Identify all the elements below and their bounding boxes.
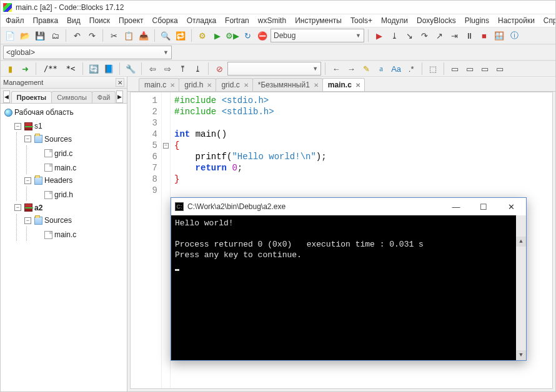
menu-file[interactable]: Файл bbox=[2, 15, 28, 26]
menu-debug[interactable]: Отладка bbox=[183, 15, 220, 26]
step-over-icon[interactable]: ↷ bbox=[417, 29, 431, 42]
scroll-up-icon[interactable]: ▲ bbox=[516, 237, 526, 247]
tree-workspace[interactable]: Рабочая область bbox=[3, 106, 75, 119]
find-icon[interactable]: 🔍 bbox=[159, 29, 172, 42]
goto-toggle-icon[interactable]: ▮ bbox=[3, 62, 17, 76]
redo-icon[interactable]: ↷ bbox=[85, 29, 99, 42]
console-titlebar[interactable]: C: C:\Work\a2\bin\Debug\a2.exe — ☐ ✕ bbox=[171, 198, 526, 215]
tree-folder-s1-headers[interactable]: − Headers bbox=[23, 174, 74, 187]
collapse-icon[interactable]: − bbox=[24, 135, 31, 142]
bracket-r-icon[interactable]: ▭ bbox=[463, 62, 477, 76]
menu-plugins[interactable]: Plugins bbox=[461, 15, 493, 26]
collapse-icon[interactable]: − bbox=[14, 204, 21, 211]
whole-word-icon[interactable]: Aa bbox=[389, 62, 403, 76]
menu-search[interactable]: Поиск bbox=[86, 15, 114, 26]
tree-project-s1[interactable]: − s1 bbox=[13, 120, 44, 132]
settings-icon[interactable]: 🔧 bbox=[124, 62, 137, 76]
tree-file-gridh[interactable]: grid.h bbox=[33, 189, 74, 201]
close-tab-icon[interactable]: ✕ bbox=[170, 82, 175, 89]
stop-build-icon[interactable]: ⛔ bbox=[256, 29, 269, 42]
editor-tab-gridc[interactable]: grid.c✕ bbox=[216, 78, 252, 91]
menu-fortran[interactable]: Fortran bbox=[221, 15, 253, 26]
tree-project-a2[interactable]: − a2 bbox=[13, 202, 44, 214]
run-to-cursor-icon[interactable]: ⤓ bbox=[387, 29, 401, 42]
jump-fwd-icon[interactable]: → bbox=[344, 62, 358, 76]
step-into-icon[interactable]: ↘ bbox=[402, 29, 416, 42]
nav-back-icon[interactable]: ⇦ bbox=[146, 62, 159, 76]
info-icon[interactable]: ⓘ bbox=[507, 29, 521, 42]
scrollbar[interactable]: ▲ ▼ bbox=[516, 215, 526, 360]
paste-icon[interactable]: 📥 bbox=[137, 29, 151, 42]
menu-modules[interactable]: Модули bbox=[377, 15, 412, 26]
indent-icon[interactable]: ▭ bbox=[493, 62, 507, 76]
fold-toggle-icon[interactable]: − bbox=[163, 143, 169, 149]
project-tree[interactable]: Рабочая область − s1 bbox=[1, 104, 127, 391]
bracket-x-icon[interactable]: ▭ bbox=[478, 62, 492, 76]
close-icon[interactable]: ✕ bbox=[116, 78, 124, 87]
minimize-icon[interactable]: — bbox=[442, 198, 470, 215]
close-icon[interactable]: ✕ bbox=[497, 198, 525, 215]
tab-nav-right-icon[interactable]: ▶ bbox=[116, 91, 123, 103]
build-target-dropdown[interactable]: Debug ▼ bbox=[271, 29, 364, 42]
tab-nav-left-icon[interactable]: ◀ bbox=[3, 91, 10, 103]
collapse-icon[interactable]: − bbox=[14, 123, 21, 130]
console-window[interactable]: C: C:\Work\a2\bin\Debug\a2.exe — ☐ ✕ Hel… bbox=[171, 197, 527, 361]
menu-tools[interactable]: Инструменты bbox=[291, 15, 345, 26]
select-icon[interactable]: ⬚ bbox=[426, 62, 440, 76]
copy-icon[interactable]: 📋 bbox=[122, 29, 136, 42]
collapse-icon[interactable]: − bbox=[24, 217, 31, 224]
bookmark-icon[interactable]: ➜ bbox=[18, 62, 32, 76]
match-case-icon[interactable]: a bbox=[374, 62, 388, 76]
tree-file-mainc-s1[interactable]: main.c bbox=[33, 162, 77, 174]
undo-icon[interactable]: ↶ bbox=[70, 29, 84, 42]
tree-folder-a2-sources[interactable]: − Sources bbox=[23, 214, 73, 227]
debug-continue-icon[interactable]: ▶ bbox=[372, 29, 386, 42]
jump-back-icon[interactable]: ← bbox=[329, 62, 343, 76]
break-debug-icon[interactable]: ⏸ bbox=[462, 29, 476, 42]
menu-view[interactable]: Вид bbox=[63, 15, 84, 26]
menu-edit[interactable]: Правка bbox=[29, 15, 62, 26]
step-out-icon[interactable]: ↗ bbox=[432, 29, 446, 42]
editor-tab-untitled[interactable]: *Безымянный1✕ bbox=[252, 78, 323, 91]
replace-icon[interactable]: 🔁 bbox=[174, 29, 187, 42]
doxy-refresh-icon[interactable]: 🔄 bbox=[87, 62, 101, 76]
editor-tab-mainc-1[interactable]: main.c✕ bbox=[139, 78, 179, 91]
abort-icon[interactable]: ⊘ bbox=[212, 62, 226, 76]
doxy-docs-icon[interactable]: 📘 bbox=[102, 62, 116, 76]
close-tab-icon[interactable]: ✕ bbox=[207, 82, 212, 89]
close-tab-icon[interactable]: ✕ bbox=[244, 82, 249, 89]
extra-dropdown[interactable]: ▼ bbox=[227, 62, 321, 76]
tree-file-mainc-a2[interactable]: main.c bbox=[33, 228, 77, 241]
collapse-icon[interactable]: − bbox=[24, 177, 31, 184]
nav-fwd-icon[interactable]: ⇨ bbox=[161, 62, 174, 76]
build-icon[interactable]: ⚙ bbox=[196, 29, 209, 42]
open-icon[interactable]: 📂 bbox=[18, 29, 32, 42]
nav-up-icon[interactable]: ⤒ bbox=[176, 62, 189, 76]
run-icon[interactable]: ▶ bbox=[211, 29, 224, 42]
tab-files[interactable]: Фай bbox=[92, 91, 116, 103]
doxy-line-button[interactable]: *< bbox=[62, 62, 79, 76]
scroll-down-icon[interactable]: ▼ bbox=[516, 350, 526, 360]
save-all-icon[interactable]: 🗂 bbox=[48, 29, 62, 42]
editor-tab-mainc-2[interactable]: main.c✕ bbox=[322, 78, 365, 91]
stop-debug-icon[interactable]: ■ bbox=[477, 29, 491, 42]
new-file-icon[interactable]: 📄 bbox=[3, 29, 17, 42]
nav-last-icon[interactable]: ⤓ bbox=[191, 62, 204, 76]
save-icon[interactable]: 💾 bbox=[33, 29, 47, 42]
tab-projects[interactable]: Проекты bbox=[11, 91, 52, 103]
bracket-l-icon[interactable]: ▭ bbox=[448, 62, 462, 76]
step-instr-icon[interactable]: ⇥ bbox=[447, 29, 461, 42]
menu-wxsmith[interactable]: wxSmith bbox=[254, 15, 290, 26]
menu-toolsplus[interactable]: Tools+ bbox=[347, 15, 376, 26]
menu-build[interactable]: Сборка bbox=[149, 15, 182, 26]
rebuild-icon[interactable]: ↻ bbox=[241, 29, 254, 42]
highlight-icon[interactable]: ✎ bbox=[359, 62, 373, 76]
close-tab-icon[interactable]: ✕ bbox=[355, 82, 360, 89]
editor-tab-gridh[interactable]: grid.h✕ bbox=[179, 78, 216, 91]
tree-folder-s1-sources[interactable]: − Sources bbox=[23, 133, 73, 145]
tree-file-gridc[interactable]: grid.c bbox=[33, 147, 74, 160]
console-output[interactable]: Hello world! Process returned 0 (0x0) ex… bbox=[171, 215, 526, 360]
doxy-block-button[interactable]: /** bbox=[40, 62, 61, 76]
menu-settings[interactable]: Настройки bbox=[494, 15, 539, 26]
build-run-icon[interactable]: ⚙▶ bbox=[226, 29, 239, 42]
